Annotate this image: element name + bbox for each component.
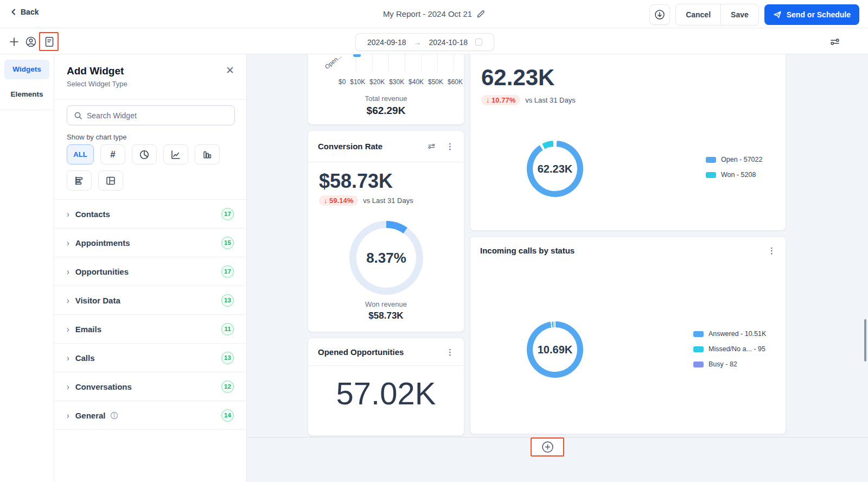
line-chart-icon	[170, 149, 181, 160]
category-count-badge: 11	[221, 323, 234, 335]
chart-type-table[interactable]	[98, 170, 123, 191]
category-label: Emails	[75, 325, 101, 334]
gridline	[437, 54, 438, 71]
legend-label: Answered - 10.51K	[709, 330, 766, 338]
legend-swatch-open	[706, 157, 716, 163]
search-icon	[74, 111, 82, 120]
won-revenue-label: Won revenue	[308, 300, 464, 308]
category-count-badge: 17	[221, 265, 234, 278]
pie-chart-icon	[139, 149, 150, 160]
kebab-menu-icon[interactable]: ⋮	[768, 246, 776, 255]
arrow-right-icon: →	[414, 38, 422, 47]
card-divider	[308, 162, 464, 162]
category-emails[interactable]: › Emails 11	[54, 315, 246, 344]
add-row-button[interactable]	[532, 439, 563, 455]
send-icon	[773, 10, 782, 19]
tick-label: $50K	[428, 78, 443, 86]
donut-center-value: 62.23K	[527, 141, 583, 197]
filter-settings-icon[interactable]	[829, 36, 841, 48]
close-icon[interactable]: ✕	[226, 64, 234, 77]
legend-swatch-busy	[693, 362, 704, 367]
edit-pencil-icon[interactable]	[476, 10, 485, 18]
tick-label: $20K	[369, 78, 385, 86]
category-visitor-data[interactable]: › Visitor Data 13	[54, 286, 246, 315]
chart-type-pie[interactable]	[132, 144, 157, 164]
category-count-badge: 17	[221, 208, 234, 220]
top-bar: Back My Report - 2024 Oct 21 Cancel Save…	[0, 0, 868, 28]
category-count-badge: 13	[221, 294, 234, 307]
tick-label: $30K	[389, 78, 404, 86]
number-icon: #	[110, 149, 115, 160]
add-element-icon[interactable]	[8, 36, 20, 48]
calendar-icon	[475, 39, 482, 46]
rail-divider	[0, 110, 54, 110]
tick-label: $0	[339, 78, 346, 86]
vertical-scrollbar[interactable]	[864, 319, 866, 362]
panel-title: Add Widget	[67, 65, 124, 77]
legend-swatch-missed	[693, 346, 704, 352]
chart-type-label: Show by chart type	[67, 133, 127, 141]
category-contacts[interactable]: › Contacts 17	[54, 200, 246, 229]
cancel-save-group: Cancel Save	[675, 4, 759, 26]
gridline	[405, 54, 405, 71]
opportunity-status-card: 62.23K ↓ 10.77% vs Last 31 Days 62.23K O…	[470, 54, 786, 231]
legend-swatch-answered	[693, 331, 704, 337]
panel-subtitle: Select Widget Type	[67, 80, 127, 88]
category-label: Visitor Data	[75, 296, 120, 305]
bar-segment	[353, 54, 361, 57]
opened-opportunities-value: 57.02K	[308, 375, 464, 411]
chevron-right-icon: ›	[67, 352, 69, 363]
card-header: Conversion Rate ⋮	[308, 131, 464, 162]
widget-filter-icon[interactable]	[427, 142, 436, 151]
card-header: Incoming calls by status ⋮	[470, 237, 786, 264]
kebab-menu-icon[interactable]: ⋮	[446, 348, 454, 356]
conversion-rate-card: Conversion Rate ⋮ $58.73K ↓ 59.14% vs La…	[308, 130, 464, 332]
form-widget-icon[interactable]	[43, 36, 55, 48]
opportunity-value: 62.23K	[481, 65, 554, 91]
chart-type-all[interactable]: ALL	[67, 144, 94, 164]
category-count-badge: 13	[221, 352, 234, 364]
chevron-right-icon: ›	[67, 237, 69, 248]
chart-type-hbar[interactable]	[67, 170, 92, 191]
category-count-badge: 14	[221, 409, 234, 422]
download-button[interactable]	[649, 4, 670, 25]
chart-type-bar[interactable]	[195, 144, 220, 164]
legend-label: Missed/No a... - 95	[709, 345, 765, 353]
chevron-right-icon: ›	[67, 266, 69, 276]
save-button[interactable]: Save	[720, 4, 758, 25]
legend-item: Missed/No a... - 95	[693, 345, 766, 353]
chart-type-row-1: ALL #	[67, 144, 220, 164]
chart-type-number[interactable]: #	[100, 144, 125, 164]
tab-elements[interactable]: Elements	[4, 85, 49, 104]
user-widget-icon[interactable]	[25, 36, 37, 48]
chart-type-row-2	[67, 170, 123, 191]
chart-type-line[interactable]	[163, 144, 188, 164]
legend-swatch-won	[706, 172, 716, 178]
download-icon	[654, 9, 665, 20]
kebab-menu-icon[interactable]: ⋮	[446, 142, 454, 150]
total-revenue-value: $62.29K	[308, 105, 464, 117]
category-opportunities[interactable]: › Opportunities 17	[54, 257, 246, 286]
tick-label: $60K	[448, 78, 463, 86]
opened-opportunities-card: Opened Opportunities ⋮ 57.02K	[308, 338, 464, 436]
category-appointments[interactable]: › Appointments 15	[54, 229, 246, 257]
search-input[interactable]	[87, 111, 228, 120]
category-general[interactable]: › General 14	[54, 401, 246, 430]
category-conversations[interactable]: › Conversations 12	[54, 372, 246, 401]
date-range-picker[interactable]: 2024-09-18 → 2024-10-18	[355, 33, 494, 51]
won-revenue-value: $58.73K	[308, 310, 464, 321]
cancel-button[interactable]: Cancel	[676, 4, 720, 25]
chevron-right-icon: ›	[67, 381, 69, 391]
hbar-chart-icon	[74, 175, 85, 186]
send-or-schedule-button[interactable]: Send or Schedule	[764, 4, 859, 25]
report-builder-app: Back My Report - 2024 Oct 21 Cancel Save…	[0, 0, 868, 482]
legend-item: Answered - 10.51K	[693, 330, 766, 338]
total-revenue-label: Total revenue	[308, 94, 464, 103]
tab-widgets[interactable]: Widgets	[4, 60, 49, 79]
date-start: 2024-09-18	[367, 38, 406, 47]
category-label: Conversations	[75, 382, 132, 391]
y-axis-category-label: Open...	[323, 54, 342, 70]
calls-legend: Answered - 10.51K Missed/No a... - 95 Bu…	[693, 330, 766, 368]
category-calls[interactable]: › Calls 13	[54, 344, 246, 372]
delta-compare-label: vs Last 31 Days	[363, 196, 413, 205]
